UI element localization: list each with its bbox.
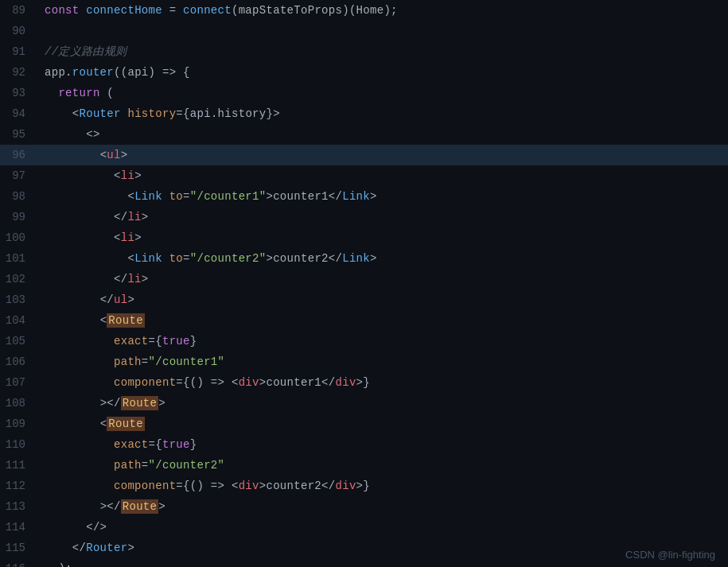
code-line-91: 91 //定义路由规则 <box>0 41 728 62</box>
watermark: CSDN @lin-fighting <box>625 549 715 561</box>
code-line-103: 103 </ul> <box>0 289 728 310</box>
code-line-105: 105 exact={true} <box>0 331 728 351</box>
code-line-100: 100 <li> <box>0 227 728 248</box>
code-line-99: 99 </li> <box>0 207 728 227</box>
code-line-109: 109 <Route <box>0 414 728 434</box>
code-line-116: 116 ); <box>0 558 728 567</box>
code-editor: 89 const connectHome = connect(mapStateT… <box>0 0 728 567</box>
code-line-92: 92 app.router((api) => { <box>0 62 728 83</box>
code-line-107: 107 component={() => <div>counter1</div>… <box>0 372 728 393</box>
code-line-95: 95 <> <box>0 124 728 145</box>
code-line-113: 113 ></Route> <box>0 496 728 517</box>
code-line-102: 102 </li> <box>0 269 728 289</box>
code-line-114: 114 </> <box>0 517 728 538</box>
code-line-90: 90 <box>0 21 728 41</box>
code-line-93: 93 return ( <box>0 83 728 103</box>
code-line-115: 115 </Router> <box>0 538 728 558</box>
code-line-106: 106 path="/counter1" <box>0 351 728 372</box>
code-line-89: 89 const connectHome = connect(mapStateT… <box>0 0 728 21</box>
code-line-104: 104 <Route <box>0 310 728 331</box>
code-line-101: 101 <Link to="/counter2">counter2</Link> <box>0 248 728 269</box>
code-line-108: 108 ></Route> <box>0 393 728 414</box>
code-line-112: 112 component={() => <div>counter2</div>… <box>0 476 728 496</box>
code-line-97: 97 <li> <box>0 165 728 186</box>
code-line-98: 98 <Link to="/counter1">counter1</Link> <box>0 186 728 207</box>
code-line-111: 111 path="/counter2" <box>0 455 728 476</box>
code-line-96: 96 <ul> <box>0 145 728 165</box>
code-line-94: 94 <Router history={api.history}> <box>0 103 728 124</box>
code-line-110: 110 exact={true} <box>0 434 728 455</box>
